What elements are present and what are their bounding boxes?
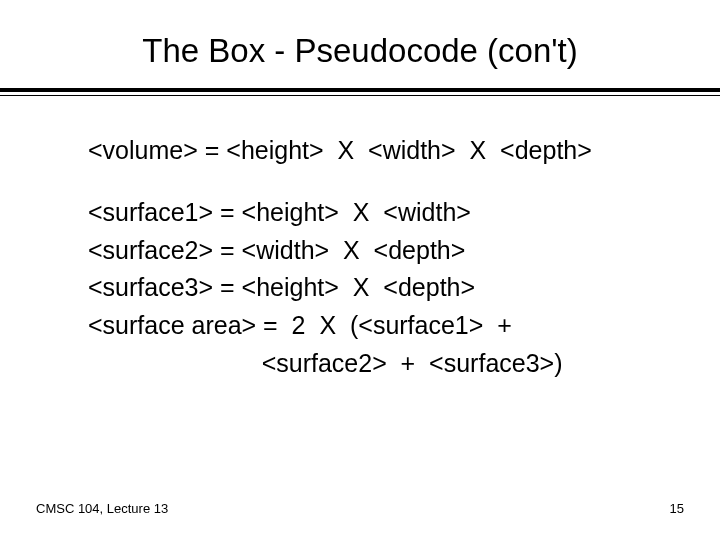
pseudocode-line: <surface1> = <height> X <width> xyxy=(88,196,664,230)
footer-page-number: 15 xyxy=(670,501,684,516)
slide-title: The Box - Pseudocode (con't) xyxy=(0,32,720,70)
divider xyxy=(0,88,720,96)
slide: The Box - Pseudocode (con't) <volume> = … xyxy=(0,0,720,540)
pseudocode-line: <surface area> = 2 X (<surface1> + xyxy=(88,309,664,343)
pseudocode-line: <volume> = <height> X <width> X <depth> xyxy=(88,134,664,168)
pseudocode-line: <surface3> = <height> X <depth> xyxy=(88,271,664,305)
footer-course: CMSC 104, Lecture 13 xyxy=(36,501,168,516)
slide-body: <volume> = <height> X <width> X <depth> … xyxy=(0,96,720,381)
pseudocode-line: <surface2> = <width> X <depth> xyxy=(88,234,664,268)
title-area: The Box - Pseudocode (con't) xyxy=(0,0,720,70)
pseudocode-line: <surface2> + <surface3>) xyxy=(88,347,664,381)
